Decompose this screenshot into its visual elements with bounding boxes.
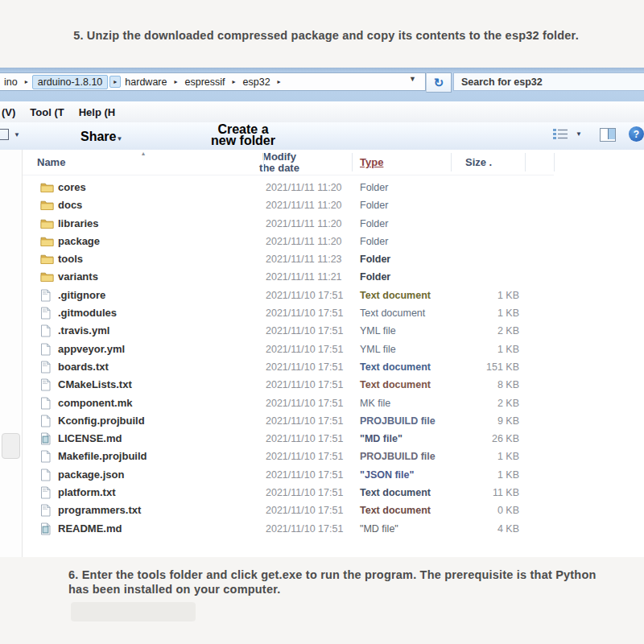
file-type: Text document: [360, 379, 431, 390]
file-row[interactable]: Kconfig.projbuild2021/11/10 17:51PROJBUI…: [0, 412, 644, 430]
breadcrumb-arrow-icon[interactable]: ▸: [229, 78, 239, 85]
file-size: 1 KB: [453, 469, 519, 481]
file-row[interactable]: LICENSE.md2021/11/10 17:51"MD file"26 KB: [0, 430, 644, 448]
share-button[interactable]: Share▼: [80, 130, 122, 144]
file-type: Folder: [360, 254, 390, 265]
file-row[interactable]: CMakeLists.txt2021/11/10 17:51Text docum…: [0, 376, 644, 394]
file-row[interactable]: tools2021/11/11 11:23Folder: [0, 250, 644, 268]
breadcrumb[interactable]: ino▸arduino-1.8.10▸hardware▸espressif▸es…: [0, 72, 426, 91]
breadcrumb-arrow-icon[interactable]: ▸: [109, 76, 121, 88]
new-folder-button[interactable]: Create a new folder: [187, 124, 299, 147]
file-type: Folder: [360, 218, 388, 229]
search-input[interactable]: Search for esp32: [453, 72, 644, 91]
file-row[interactable]: README.md2021/11/10 17:51"MD file"4 KB: [0, 520, 644, 538]
file-row[interactable]: .travis.yml2021/11/10 17:51YML file2 KB: [0, 322, 644, 340]
file-modified-date: 2021/11/10 17:51: [266, 505, 343, 516]
file-size: 9 KB: [453, 415, 519, 427]
file-row[interactable]: .gitmodules2021/11/10 17:51Text document…: [0, 304, 644, 322]
file-name: libraries: [58, 217, 99, 229]
column-header-size[interactable]: Size .: [465, 156, 492, 168]
file-name: Makefile.projbuild: [58, 450, 147, 462]
file-icon: [40, 469, 54, 481]
breadcrumb-arrow-icon[interactable]: ▸: [171, 78, 180, 85]
file-row[interactable]: platform.txt2021/11/10 17:51Text documen…: [0, 484, 644, 502]
organize-button-clipped[interactable]: ▼: [0, 129, 37, 140]
modified-label-line2: the date: [243, 163, 316, 174]
breadcrumb-item[interactable]: arduino-1.8.10: [32, 75, 109, 89]
breadcrumb-arrow-icon[interactable]: ▸: [275, 78, 284, 85]
preview-pane-icon: [608, 129, 615, 139]
file-row[interactable]: package.json2021/11/10 17:51"JSON file"1…: [0, 466, 644, 484]
address-dropdown-icon[interactable]: ▼: [409, 75, 416, 83]
file-modified-date: 2021/11/10 17:51: [266, 451, 343, 462]
file-size: 151 KB: [453, 361, 519, 373]
file-size: 1 KB: [453, 344, 519, 355]
folder-icon: [40, 217, 54, 230]
file-md-icon: [40, 522, 54, 535]
file-md-icon: [40, 432, 54, 445]
file-type: "JSON file": [360, 469, 414, 481]
file-lines-icon: [40, 486, 54, 499]
breadcrumb-item[interactable]: esp32: [239, 76, 275, 88]
file-row[interactable]: appveyor.yml2021/11/10 17:51YML file1 KB: [0, 341, 644, 358]
modified-label-line1: Modify: [243, 151, 316, 163]
file-type: PROJBUILD file: [360, 451, 436, 462]
file-lines-icon: [40, 361, 54, 374]
file-lines-icon: [40, 378, 54, 391]
column-header-modified[interactable]: Modify the date: [243, 151, 316, 174]
breadcrumb-item[interactable]: espressif: [180, 76, 229, 88]
new-folder-label-line2: new folder: [187, 135, 299, 147]
file-row[interactable]: docs2021/11/11 11:20Folder: [0, 196, 644, 214]
file-size: 1 KB: [453, 290, 519, 301]
file-type: Folder: [360, 200, 388, 211]
file-name: package: [58, 235, 100, 247]
file-lines-icon: [40, 289, 54, 302]
column-header-name[interactable]: Name: [37, 156, 65, 168]
breadcrumb-item[interactable]: hardware: [121, 76, 171, 88]
column-divider: [554, 153, 555, 171]
breadcrumb-item[interactable]: ino: [0, 76, 22, 88]
column-divider: [525, 153, 526, 171]
file-name: component.mk: [58, 397, 132, 409]
file-row[interactable]: .gitignore2021/11/10 17:51Text document1…: [0, 287, 644, 304]
refresh-button[interactable]: ↻: [426, 72, 452, 93]
file-name: tools: [58, 253, 83, 265]
share-label: Share: [80, 130, 116, 143]
preview-pane-button[interactable]: [600, 128, 616, 142]
file-row[interactable]: package2021/11/11 11:20Folder: [0, 233, 644, 250]
file-name: package.json: [58, 469, 124, 481]
file-name: docs: [58, 199, 82, 211]
file-row[interactable]: Makefile.projbuild2021/11/10 17:51PROJBU…: [0, 448, 644, 465]
file-modified-date: 2021/11/10 17:51: [266, 433, 343, 444]
file-icon: [40, 450, 54, 463]
file-modified-date: 2021/11/10 17:51: [266, 415, 343, 427]
file-row[interactable]: cores2021/11/11 11:20Folder: [0, 179, 644, 196]
faded-watermark: [71, 602, 196, 621]
file-modified-date: 2021/11/11 11:23: [266, 254, 342, 265]
chevron-down-icon: ▼: [576, 130, 582, 138]
file-name: LICENSE.md: [58, 432, 122, 444]
file-modified-date: 2021/11/10 17:51: [266, 398, 343, 409]
file-type: YML file: [360, 344, 396, 355]
change-view-button[interactable]: ▼: [552, 128, 582, 140]
file-icon: [40, 324, 54, 337]
menu-item-tool[interactable]: Tool (T: [30, 106, 78, 118]
file-modified-date: 2021/11/10 17:51: [266, 290, 343, 301]
file-row[interactable]: component.mk2021/11/10 17:51MK file2 KB: [0, 394, 644, 412]
instruction-step5: 5. Unzip the downloaded compressed packa…: [40, 29, 612, 42]
file-row[interactable]: programmers.txt2021/11/10 17:51Text docu…: [0, 502, 644, 519]
file-row[interactable]: libraries2021/11/11 11:20Folder: [0, 215, 644, 233]
folder-icon: [40, 253, 54, 266]
file-size: 1 KB: [453, 451, 519, 462]
menu-item-help[interactable]: Help (H: [79, 106, 130, 118]
folder-icon: [40, 270, 54, 283]
file-modified-date: 2021/11/10 17:51: [266, 379, 343, 390]
menu-item-view[interactable]: (V): [0, 106, 30, 118]
file-row[interactable]: boards.txt2021/11/10 17:51Text document1…: [0, 358, 644, 376]
breadcrumb-arrow-icon[interactable]: ▸: [22, 78, 31, 85]
file-lines-icon: [40, 307, 54, 320]
file-lines-icon: [40, 504, 54, 517]
help-button[interactable]: ?: [629, 126, 644, 142]
file-row[interactable]: variants2021/11/11 11:21Folder: [0, 268, 644, 286]
column-header-type[interactable]: Type: [360, 156, 383, 168]
